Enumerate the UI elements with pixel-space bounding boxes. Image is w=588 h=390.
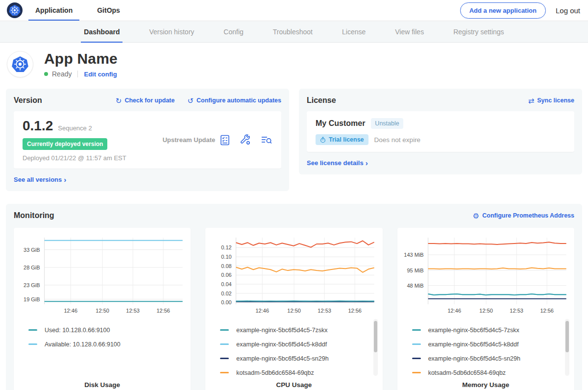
config-wrench-icon[interactable]: [240, 134, 251, 146]
legend-label: example-nginx-5bc6f5d4c5-sn29h: [428, 355, 520, 362]
check-for-update-link[interactable]: ↻ Check for update: [116, 97, 175, 104]
license-summary-row: My Customer Unstable Trial license Does …: [307, 111, 574, 152]
tab-application[interactable]: Application: [33, 0, 74, 21]
cpu-usage-legend: example-nginx-5bc6f5d4c5-7zskxexample-ng…: [210, 318, 377, 380]
subnav-tab-config[interactable]: Config: [220, 21, 246, 42]
release-notes-icon[interactable]: [219, 134, 231, 146]
svg-text:23 GiB: 23 GiB: [24, 282, 40, 288]
legend-item: example-nginx-5bc6f5d4c5-k8ddf: [220, 337, 377, 351]
see-license-details-link[interactable]: See license details ›: [307, 159, 368, 167]
legend-label: kotsadm-5db6dc6584-69qbz: [236, 369, 314, 376]
license-card: License ⇄ Sync license My Customer Unsta…: [299, 89, 582, 174]
tab-gitops[interactable]: GitOps: [95, 0, 122, 21]
tab-application-label: Application: [35, 6, 73, 14]
see-license-details-label: See license details: [307, 159, 364, 167]
legend-item: kotsadm-5db6dc6584-69qbz: [220, 366, 377, 380]
disk-usage-chart-canvas: 12:4612:5012:5312:5619 GiB23 GiB28 GiB33…: [19, 233, 186, 318]
edit-config-link[interactable]: Edit config: [84, 71, 117, 78]
svg-text:48 MiB: 48 MiB: [407, 283, 423, 289]
current-version-row: 0.1.2 Sequence 2 Currently deployed vers…: [14, 111, 281, 169]
svg-text:0.02: 0.02: [221, 291, 232, 296]
svg-text:12:56: 12:56: [540, 308, 554, 314]
memory-usage-legend: example-nginx-5bc6f5d4c5-7zskxexample-ng…: [402, 318, 569, 380]
subnav-tab-version-history[interactable]: Version history: [146, 21, 197, 42]
app-subnav: Dashboard Version history Config Trouble…: [0, 21, 588, 43]
currently-deployed-badge: Currently deployed version: [23, 138, 107, 150]
legend-item: example-nginx-5bc6f5d4c5-sn29h: [220, 351, 377, 366]
legend-scrollbar[interactable]: [565, 319, 569, 376]
legend-item: kotsadm-5db6dc6584-69qbz: [412, 366, 569, 380]
legend-swatch: [28, 329, 37, 331]
svg-text:28 GiB: 28 GiB: [24, 265, 40, 270]
divider: [77, 71, 78, 77]
customer-name: My Customer: [316, 119, 365, 128]
check-for-update-label: Check for update: [124, 97, 174, 104]
memory-usage-chart-canvas: 12:4612:5012:5312:5648 MiB95 MiB143 MiB: [402, 233, 569, 318]
subnav-tab-view-files[interactable]: View files: [392, 21, 427, 42]
subnav-tab-registry-settings[interactable]: Registry settings: [450, 21, 507, 42]
see-all-versions-link[interactable]: See all versions ›: [14, 175, 66, 184]
add-application-button[interactable]: Add a new application: [460, 2, 546, 19]
svg-text:12:53: 12:53: [510, 308, 523, 314]
legend-scrollbar-thumb[interactable]: [374, 321, 377, 352]
configure-automatic-updates-link[interactable]: ↺ Configure automatic updates: [187, 97, 281, 104]
sync-license-label: Sync license: [537, 97, 574, 104]
memory-usage-chart-title: Memory Usage: [402, 381, 569, 390]
memory-usage-chart-card: 12:4612:5012:5312:5648 MiB95 MiB143 MiB …: [397, 228, 574, 390]
configure-automatic-updates-label: Configure automatic updates: [196, 97, 281, 104]
refresh-icon: ↻: [116, 97, 122, 104]
logout-link[interactable]: Log out: [556, 6, 580, 15]
svg-text:12:50: 12:50: [479, 308, 493, 314]
disk-usage-legend: Used: 10.128.0.66:9100Available: 10.128.…: [19, 318, 186, 351]
status-ready-dot: [44, 72, 48, 76]
legend-label: Available: 10.128.0.66:9100: [45, 341, 121, 348]
legend-label: example-nginx-5bc6f5d4c5-k8ddf: [428, 341, 519, 348]
legend-scrollbar[interactable]: [373, 319, 378, 376]
legend-item: example-nginx-5bc6f5d4c5-sn29h: [412, 351, 569, 366]
subnav-tab-license[interactable]: License: [339, 21, 368, 42]
configure-prometheus-label: Configure Prometheus Address: [482, 212, 574, 219]
subnav-tab-dashboard[interactable]: Dashboard: [81, 21, 122, 42]
svg-text:0.00: 0.00: [221, 299, 232, 305]
svg-text:0.12: 0.12: [221, 244, 232, 250]
license-expiry: Does not expire: [374, 136, 421, 144]
chevron-right-icon: ›: [64, 175, 66, 184]
subnav-tab-troubleshoot[interactable]: Troubleshoot: [270, 21, 316, 42]
legend-swatch: [220, 343, 229, 345]
legend-swatch: [28, 343, 37, 345]
top-navbar: Application GitOps Add a new application…: [0, 0, 588, 21]
version-card: Version ↻ Check for update ↺ Configure a…: [6, 89, 289, 191]
svg-text:0.06: 0.06: [221, 272, 232, 278]
disk-usage-chart-card: 12:4612:5012:5312:5619 GiB23 GiB28 GiB33…: [14, 228, 191, 390]
svg-text:12:50: 12:50: [96, 308, 109, 314]
svg-text:0.10: 0.10: [221, 254, 232, 260]
svg-text:0.04: 0.04: [221, 281, 232, 287]
svg-text:33 GiB: 33 GiB: [24, 247, 40, 253]
page-title: App Name: [44, 50, 118, 67]
svg-text:12:56: 12:56: [156, 308, 170, 314]
disk-usage-chart-title: Disk Usage: [19, 381, 186, 390]
legend-swatch: [220, 372, 229, 373]
version-card-title: Version: [14, 96, 42, 105]
app-header: App Name Ready Edit config: [0, 43, 588, 85]
svg-text:0.08: 0.08: [221, 263, 232, 269]
version-source: Upstream Update: [163, 136, 216, 144]
license-card-title: License: [307, 96, 336, 105]
cpu-usage-chart-card: 12:4612:5012:5312:560.000.020.040.060.08…: [205, 228, 382, 390]
legend-scrollbar-thumb[interactable]: [565, 321, 569, 352]
svg-text:95 MiB: 95 MiB: [407, 268, 423, 273]
trial-license-badge: Trial license: [316, 134, 368, 145]
sync-license-link[interactable]: ⇄ Sync license: [528, 97, 574, 104]
deployed-timestamp: Deployed 01/21/22 @ 11:57 am EST: [23, 154, 126, 162]
view-logs-icon[interactable]: [260, 134, 272, 146]
stopwatch-icon: [320, 137, 326, 143]
version-sequence: Sequence 2: [58, 124, 92, 132]
channel-badge: Unstable: [371, 118, 403, 129]
svg-text:12:53: 12:53: [126, 308, 140, 314]
legend-label: example-nginx-5bc6f5d4c5-sn29h: [236, 355, 328, 362]
svg-text:12:46: 12:46: [64, 308, 77, 314]
app-logo[interactable]: [0, 0, 33, 21]
subnav-tab-view-files-label: View files: [395, 28, 424, 36]
subnav-tab-dashboard-label: Dashboard: [84, 28, 120, 36]
configure-prometheus-link[interactable]: ⚙ Configure Prometheus Address: [473, 212, 574, 219]
